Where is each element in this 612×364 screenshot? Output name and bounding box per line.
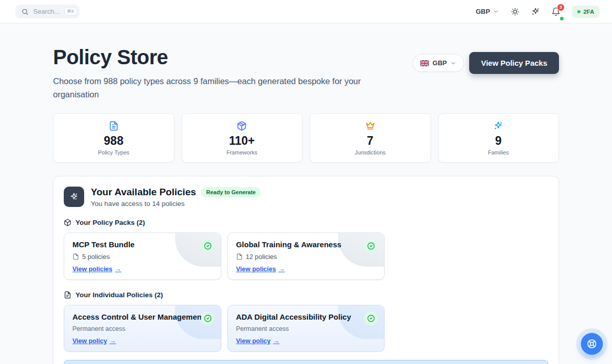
package-icon xyxy=(182,121,302,131)
crown-icon xyxy=(310,121,430,131)
twofa-label: 2FA xyxy=(583,9,594,15)
ready-to-generate-badge: Ready to Generate xyxy=(201,187,261,197)
stat-card-frameworks: 110+ Frameworks xyxy=(182,113,303,163)
arrow-right-icon: → xyxy=(278,266,285,273)
search-placeholder: Search... xyxy=(33,8,60,15)
help-button[interactable] xyxy=(581,333,603,355)
section-subtitle: You have access to 14 policies xyxy=(91,200,261,207)
view-policies-link[interactable]: View policies → xyxy=(72,266,121,273)
check-circle-icon xyxy=(201,311,215,325)
stat-label: Frameworks xyxy=(182,149,302,155)
sparkles-icon xyxy=(531,7,540,16)
policy-title: Access Control & User Management xyxy=(72,313,213,321)
search-input[interactable]: Search... ⌘K xyxy=(15,5,80,18)
page-subtitle: Choose from 988 policy types across 9 fa… xyxy=(53,75,367,101)
policy-packs-heading-label: Your Policy Packs (2) xyxy=(75,219,145,226)
pack-title: MCP Test Bundle xyxy=(72,240,213,249)
stat-card-policy-types: 988 Policy Types xyxy=(53,113,174,163)
notifications-button[interactable]: 3 xyxy=(551,7,560,16)
currency-picker[interactable]: GBP xyxy=(413,54,464,72)
policy-title: ADA Digital Accessibility Policy xyxy=(236,313,376,321)
stat-label: Families xyxy=(439,149,559,155)
uk-flag-icon xyxy=(420,60,429,66)
check-circle-icon xyxy=(364,311,378,325)
policy-meta: Permanent access xyxy=(236,325,376,332)
stat-value: 9 xyxy=(439,134,559,148)
individual-policy-card[interactable]: Access Control & User Management Permane… xyxy=(64,305,221,352)
stat-value: 110+ xyxy=(182,134,302,148)
pack-meta: 5 policies xyxy=(82,253,110,261)
sparkles-icon xyxy=(64,187,84,207)
currency-picker-label: GBP xyxy=(432,59,447,67)
currency-label: GBP xyxy=(476,8,490,15)
chevron-down-icon xyxy=(450,60,456,66)
page-title: Policy Store xyxy=(53,46,367,69)
file-icon xyxy=(72,253,79,260)
check-circle-icon xyxy=(201,239,215,253)
stat-value: 7 xyxy=(310,134,430,148)
file-icon xyxy=(64,291,71,299)
view-policy-link-label: View policy xyxy=(72,337,107,345)
hero-section: Policy Store Choose from 988 policy type… xyxy=(53,46,559,101)
view-policy-link[interactable]: View policy → xyxy=(236,337,279,345)
view-policy-link[interactable]: View policy → xyxy=(72,337,116,345)
pack-title: Global Training & Awareness xyxy=(236,240,376,249)
ai-assistant-button[interactable] xyxy=(531,7,540,16)
empty-grid-cell xyxy=(391,232,548,280)
individual-policies-heading-label: Your Individual Policies (2) xyxy=(75,291,163,299)
individual-policy-card[interactable]: ADA Digital Accessibility Policy Permane… xyxy=(227,305,385,352)
search-shortcut-kbd: ⌘K xyxy=(64,8,77,15)
lifebuoy-icon xyxy=(586,339,597,349)
arrow-right-icon: → xyxy=(115,266,121,273)
file-icon xyxy=(236,253,243,260)
available-policies-panel: Your Available Policies Ready to Generat… xyxy=(53,176,559,364)
quickstart-banner: Quick Start: Click any pack or policy ca… xyxy=(64,360,548,364)
topbar: Search... ⌘K GBP 3 xyxy=(0,0,612,23)
currency-dropdown[interactable]: GBP xyxy=(476,8,499,15)
view-policies-link-label: View policies xyxy=(236,266,276,273)
arrow-right-icon: → xyxy=(110,337,116,345)
pack-meta: 12 policies xyxy=(246,253,277,261)
package-icon xyxy=(64,219,71,226)
twofa-status-badge[interactable]: 2FA xyxy=(572,6,600,18)
stat-label: Policy Types xyxy=(54,149,174,155)
online-status-dot xyxy=(560,17,564,20)
policy-meta: Permanent access xyxy=(72,325,213,332)
view-policy-link-label: View policy xyxy=(236,337,271,345)
view-policy-packs-button[interactable]: View Policy Packs xyxy=(469,52,559,74)
check-circle-icon xyxy=(364,239,378,253)
section-title: Your Available Policies xyxy=(91,187,196,198)
stat-card-jurisdictions: 7 Jurisdictions xyxy=(310,113,431,163)
arrow-right-icon: → xyxy=(273,337,280,345)
individual-policies-heading: Your Individual Policies (2) xyxy=(64,291,548,299)
notification-count-badge: 3 xyxy=(557,4,565,11)
sparkles-icon xyxy=(439,121,559,131)
theme-toggle-button[interactable] xyxy=(511,7,520,16)
empty-grid-cell xyxy=(391,305,548,352)
stats-row: 988 Policy Types 110+ Frameworks 7 Juris… xyxy=(53,113,559,163)
search-icon xyxy=(21,8,29,15)
stat-card-families: 9 Families xyxy=(438,113,559,163)
sun-icon xyxy=(511,7,520,16)
policy-pack-card[interactable]: MCP Test Bundle 5 policies View policies… xyxy=(64,232,221,280)
stat-value: 988 xyxy=(54,134,174,148)
stat-label: Jurisdictions xyxy=(310,149,430,155)
twofa-status-dot xyxy=(577,10,580,13)
view-policies-link[interactable]: View policies → xyxy=(236,266,285,273)
view-policies-link-label: View policies xyxy=(72,266,112,273)
chevron-down-icon xyxy=(493,8,499,15)
policy-packs-heading: Your Policy Packs (2) xyxy=(64,219,548,226)
policy-pack-card[interactable]: Global Training & Awareness 12 policies … xyxy=(227,232,385,280)
file-text-icon xyxy=(54,121,174,131)
